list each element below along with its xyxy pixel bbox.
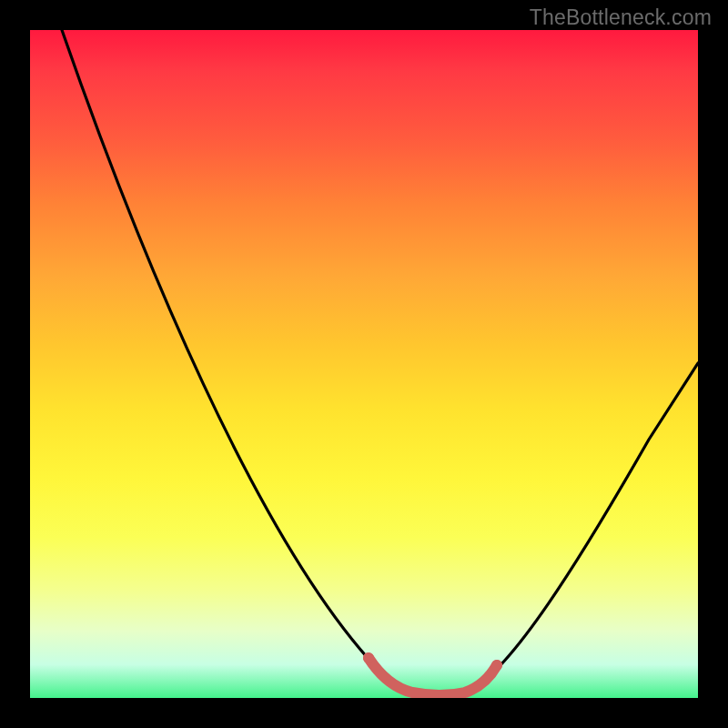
chart-frame: TheBottleneck.com [0,0,728,728]
watermark-text: TheBottleneck.com [530,5,712,30]
gradient-background [30,30,698,698]
